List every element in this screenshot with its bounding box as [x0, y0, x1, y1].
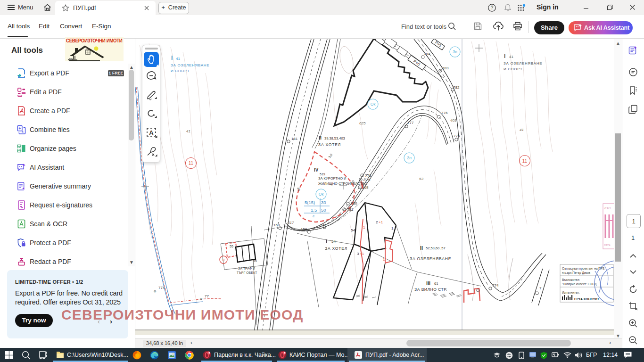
- svg-text:41: 41: [509, 55, 513, 59]
- svg-text:779: 779: [364, 178, 371, 182]
- svg-text:777: 777: [407, 121, 414, 125]
- svg-text:II: II: [319, 135, 322, 140]
- svg-text:160: 160: [273, 223, 280, 227]
- svg-text:е: е: [313, 214, 315, 218]
- svg-text:III: III: [426, 280, 430, 286]
- svg-text:ЗА ВИЛНО СТР.: ЗА ВИЛНО СТР.: [414, 287, 447, 292]
- svg-text:1,5: 1,5: [311, 207, 317, 213]
- svg-text:ЗА КУРОРТНО И: ЗА КУРОРТНО И: [318, 176, 346, 181]
- svg-text:И СПОРТ: И СПОРТ: [171, 69, 190, 73]
- svg-text:41: 41: [186, 129, 190, 133]
- svg-text:55: 55: [230, 245, 233, 248]
- svg-text:778: 778: [365, 173, 372, 178]
- svg-text:ЗА ТРАФ И: ЗА ТРАФ И: [238, 267, 255, 270]
- svg-text:54: 54: [331, 239, 336, 244]
- svg-text:784: 784: [424, 52, 430, 56]
- svg-text:52,53,60 ,57: 52,53,60 ,57: [426, 246, 446, 250]
- svg-text:ЖИЛИЩНО СТРОИТЕЛСТВО: ЖИЛИЩНО СТРОИТЕЛСТВО: [318, 181, 367, 186]
- svg-text:1: 1: [391, 226, 394, 230]
- svg-text:+1: +1: [379, 220, 383, 224]
- svg-text:50: 50: [321, 207, 326, 213]
- svg-text:Ок: Ок: [319, 192, 324, 197]
- svg-text:I: I: [171, 55, 173, 61]
- svg-text:ТЪРГ ОБЕКТ: ТЪРГ ОБЕКТ: [237, 271, 257, 274]
- svg-text:41: 41: [520, 128, 524, 132]
- svg-text:403: 403: [450, 118, 457, 123]
- svg-text:ЕРТА КОНСУЛТ: ЕРТА КОНСУЛТ: [574, 297, 600, 301]
- svg-text:11: 11: [522, 158, 528, 164]
- svg-text:Зп: Зп: [407, 156, 412, 160]
- svg-text:519: 519: [320, 173, 325, 176]
- svg-text:3: 3: [357, 252, 359, 256]
- svg-text:53: 53: [419, 177, 423, 181]
- svg-text:"Поларис Инвест" ЕООД: "Поларис Инвест" ЕООД: [562, 282, 597, 286]
- svg-text:77: 77: [205, 294, 209, 298]
- svg-text:30: 30: [321, 200, 326, 205]
- svg-text:Възложител:: Възложител:: [562, 278, 580, 281]
- svg-text:I: I: [326, 239, 327, 244]
- svg-text:ЛЪП: ЛЪП: [604, 206, 611, 209]
- svg-text:783: 783: [442, 66, 449, 70]
- svg-text:781: 781: [347, 207, 354, 212]
- svg-text:+1: +1: [360, 252, 364, 256]
- svg-text:1: 1: [383, 257, 385, 262]
- svg-text:39,38,53,403: 39,38,53,403: [324, 136, 345, 140]
- svg-text:7: 7: [539, 286, 542, 290]
- svg-text:ЗА ОЗЕЛЕНЯВАНЕ: ЗА ОЗЕЛЕНЯВАНЕ: [410, 256, 451, 261]
- svg-text:780: 780: [351, 201, 357, 206]
- svg-text:168: 168: [362, 185, 369, 189]
- svg-text:н.с.арх.Петър Диков: н.с.арх.Петър Диков: [562, 271, 591, 275]
- svg-text:5(15): 5(15): [305, 200, 315, 205]
- svg-text:617: 617: [288, 221, 294, 225]
- svg-text:0: 0: [223, 258, 225, 262]
- svg-text:774: 774: [492, 283, 499, 288]
- svg-text:Ок: Ок: [371, 102, 376, 107]
- svg-text:II: II: [420, 245, 423, 251]
- svg-text:625: 625: [359, 121, 366, 125]
- svg-text:?: ?: [491, 5, 494, 10]
- svg-text:И СПОРТ: И СПОРТ: [504, 67, 523, 71]
- svg-text:775: 775: [454, 134, 460, 138]
- svg-text:Ф: Ф: [200, 297, 202, 301]
- svg-text:54: 54: [351, 228, 355, 232]
- svg-text:Изпълнител:: Изпълнител:: [562, 291, 580, 294]
- svg-text:ЗА ОЗЕЛЕНЯВАНЕ: ЗА ОЗЕЛЕНЯВАНЕ: [171, 63, 209, 67]
- svg-text:161: 161: [291, 137, 298, 141]
- svg-text:IV: IV: [314, 167, 319, 173]
- svg-text:776: 776: [441, 111, 448, 115]
- svg-text:ЗА ОЗЕЛЕНЯВАНЕ: ЗА ОЗЕЛЕНЯВАНЕ: [504, 61, 542, 66]
- svg-text:1: 1: [363, 225, 365, 230]
- svg-text:55: 55: [253, 259, 257, 263]
- svg-text:782: 782: [453, 85, 460, 90]
- svg-text:159: 159: [301, 227, 307, 231]
- svg-text:Ф: Ф: [154, 290, 156, 293]
- svg-text:742: 742: [320, 223, 327, 227]
- svg-text:41: 41: [176, 57, 180, 61]
- svg-text:ЗА ХОТЕЛ: ЗА ХОТЕЛ: [325, 246, 347, 251]
- svg-text:Зп: Зп: [453, 49, 457, 54]
- svg-text:11: 11: [189, 161, 194, 166]
- svg-text:774: 774: [158, 286, 165, 290]
- svg-text:САТ4: САТ4: [604, 244, 611, 247]
- svg-text:61: 61: [434, 281, 438, 286]
- svg-text:A: A: [149, 129, 154, 136]
- svg-text:2: 2: [376, 220, 378, 224]
- svg-text:ЗА ХОТЕЛ: ЗА ХОТЕЛ: [318, 142, 341, 147]
- svg-text:I: I: [504, 53, 505, 59]
